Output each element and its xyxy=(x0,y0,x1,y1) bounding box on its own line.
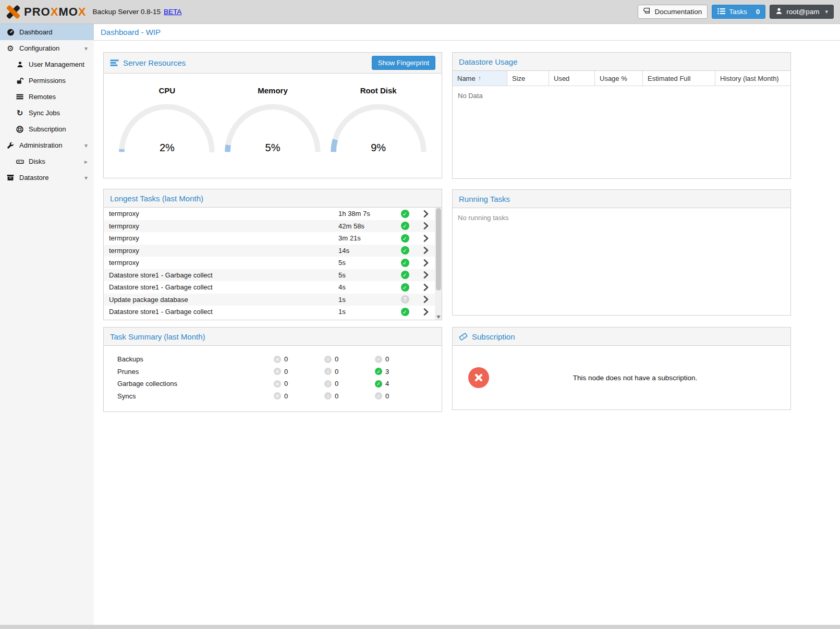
book-icon xyxy=(643,7,651,16)
status-ok-icon xyxy=(401,222,409,230)
ticket-icon xyxy=(459,332,468,341)
task-row[interactable]: Datastore store1 - Garbage collect 1s xyxy=(104,306,435,318)
page-title: Dashboard - WIP xyxy=(101,28,161,37)
chevron-right-icon[interactable] xyxy=(417,235,435,242)
longest-tasks-panel: Longest Tasks (last Month) termproxy 1h … xyxy=(103,189,442,320)
status-unknown-icon xyxy=(401,295,409,304)
no-running-tasks-text: No running tasks xyxy=(453,208,790,227)
sidebar-item-permissions[interactable]: Permissions xyxy=(0,72,94,89)
task-row[interactable]: termproxy 3m 21s xyxy=(104,232,435,245)
sidebar-item-sync-jobs[interactable]: ↻ Sync Jobs xyxy=(0,105,94,121)
column-header-usage-pct[interactable]: Usage % xyxy=(595,71,643,86)
chevron-right-icon[interactable] xyxy=(417,247,435,254)
sidebar: Dashboard ⚙ Configuration User Managemen… xyxy=(0,24,94,625)
task-row[interactable]: termproxy 5s xyxy=(104,257,435,269)
show-fingerprint-button[interactable]: Show Fingerprint xyxy=(372,56,435,70)
task-row[interactable]: Update package database 1s xyxy=(104,294,435,306)
chevron-right-icon[interactable] xyxy=(417,296,435,303)
chevron-right-icon[interactable] xyxy=(417,271,435,279)
cpu-gauge: CPU 2% xyxy=(117,83,216,178)
cpu-gauge-value: 2% xyxy=(117,142,216,154)
chevron-right-icon xyxy=(82,158,90,165)
top-bar: PROXMOX Backup Server 0.8-15 BETA Docume… xyxy=(0,0,840,24)
error-count-icon xyxy=(274,368,281,375)
sidebar-item-user-management[interactable]: User Management xyxy=(0,56,94,72)
no-subscription-icon xyxy=(468,367,489,388)
documentation-button[interactable]: Documentation xyxy=(638,5,708,19)
sidebar-item-configuration[interactable]: ⚙ Configuration xyxy=(0,40,94,56)
status-ok-icon xyxy=(401,283,409,292)
proxmox-logo: PROXMOX xyxy=(5,4,87,20)
user-icon xyxy=(15,61,25,68)
memory-gauge: Memory 5% xyxy=(223,83,322,178)
chevron-right-icon[interactable] xyxy=(417,222,435,229)
window-bottom-edge xyxy=(0,625,840,629)
running-tasks-panel: Running Tasks No running tasks xyxy=(452,189,791,316)
ok-count-icon xyxy=(375,392,382,400)
task-summary-panel: Task Summary (last Month) Backups 0 0 0 … xyxy=(103,327,442,412)
scrollbar-thumb[interactable] xyxy=(436,208,441,291)
error-count-icon xyxy=(274,392,281,400)
column-header-used[interactable]: Used xyxy=(549,71,595,86)
summary-row: Prunes 0 0 3 xyxy=(104,366,442,378)
scroll-down-arrow[interactable] xyxy=(436,316,441,319)
vertical-scrollbar[interactable] xyxy=(435,208,442,320)
user-avatar-icon xyxy=(775,7,783,16)
chevron-right-icon[interactable] xyxy=(417,308,435,316)
sidebar-item-label: Subscription xyxy=(29,125,90,133)
sidebar-item-label: Datastore xyxy=(19,174,82,182)
status-ok-icon xyxy=(401,308,409,316)
panel-title: Longest Tasks (last Month) xyxy=(110,194,203,203)
task-row[interactable]: Datastore store1 - Garbage collect 5s xyxy=(104,269,435,282)
task-list-icon xyxy=(717,8,725,16)
server-resources-panel: Server Resources Show Fingerprint CPU 2% xyxy=(103,52,442,178)
status-ok-icon xyxy=(401,271,409,279)
sidebar-item-label: Remotes xyxy=(29,93,90,101)
user-menu-button[interactable]: root@pam ▾ xyxy=(770,5,834,19)
gauges-area: CPU 2% Memory xyxy=(104,74,442,178)
sidebar-item-label: Dashboard xyxy=(19,28,90,36)
page-title-bar: Dashboard - WIP xyxy=(94,24,840,41)
status-ok-icon xyxy=(401,259,409,267)
sidebar-item-subscription[interactable]: Subscription xyxy=(0,121,94,137)
datastore-usage-panel: Datastore Usage Name↑ Size Used Usage % … xyxy=(452,52,791,179)
tachometer-icon xyxy=(5,28,16,36)
column-header-size[interactable]: Size xyxy=(507,71,549,86)
task-row[interactable]: termproxy 42m 58s xyxy=(104,220,435,233)
column-header-name[interactable]: Name↑ xyxy=(453,71,507,86)
ok-count-icon xyxy=(375,356,382,363)
warning-count-icon xyxy=(324,368,332,375)
column-header-estimated-full[interactable]: Estimated Full xyxy=(643,71,715,86)
chevron-right-icon[interactable] xyxy=(417,259,435,267)
column-header-history[interactable]: History (last Month) xyxy=(715,71,790,86)
gears-icon: ⚙ xyxy=(5,44,16,52)
ok-count-icon xyxy=(375,368,382,375)
proxmox-x-icon xyxy=(5,4,21,20)
status-ok-icon xyxy=(401,246,409,255)
sidebar-item-dashboard[interactable]: Dashboard xyxy=(0,24,94,40)
task-row[interactable]: Datastore store1 - Garbage collect 4s xyxy=(104,281,435,294)
unlock-icon xyxy=(15,77,25,84)
summary-row: Backups 0 0 0 xyxy=(104,353,442,366)
sidebar-item-administration[interactable]: Administration xyxy=(0,137,94,153)
task-row[interactable]: termproxy 1h 38m 7s xyxy=(104,208,435,220)
archive-icon xyxy=(5,174,16,181)
brand-wordmark: PROXMOX xyxy=(24,5,87,19)
chevron-right-icon[interactable] xyxy=(417,210,435,217)
wrench-icon xyxy=(5,142,16,149)
tasks-button[interactable]: Tasks 0 xyxy=(712,5,765,19)
tasks-count-badge: 0 xyxy=(756,8,760,16)
sidebar-item-remotes[interactable]: Remotes xyxy=(0,89,94,105)
sidebar-item-label: User Management xyxy=(29,61,90,68)
server-resources-icon xyxy=(110,59,119,67)
status-ok-icon xyxy=(401,234,409,243)
main-content: Dashboard - WIP Server Resources Show Fi… xyxy=(94,24,840,625)
sidebar-item-disks[interactable]: Disks xyxy=(0,153,94,170)
chevron-right-icon[interactable] xyxy=(417,284,435,291)
refresh-icon: ↻ xyxy=(15,109,25,117)
sidebar-item-datastore[interactable]: Datastore xyxy=(0,170,94,186)
beta-link[interactable]: BETA xyxy=(164,8,181,16)
sort-asc-icon: ↑ xyxy=(478,75,481,82)
task-row[interactable]: termproxy 14s xyxy=(104,245,435,257)
status-ok-icon xyxy=(401,210,409,218)
